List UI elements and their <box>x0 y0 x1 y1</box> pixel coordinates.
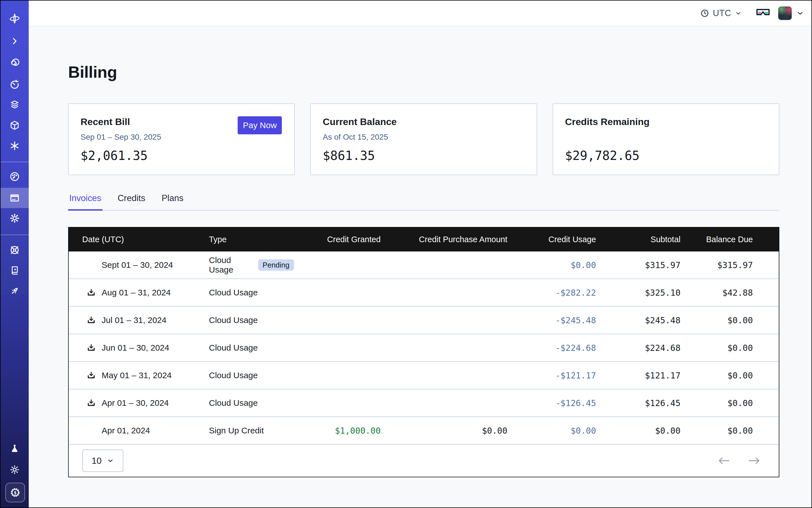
timer-icon[interactable] <box>1 74 29 94</box>
timezone-label: UTC <box>713 8 731 18</box>
user-avatar[interactable] <box>778 6 792 20</box>
subtotal-cell: $121.17 <box>605 371 689 380</box>
card-amount: $29,782.65 <box>565 149 640 163</box>
download-invoice-button[interactable] <box>86 398 96 408</box>
balance-due-cell: $0.00 <box>689 371 780 380</box>
gauge-icon[interactable] <box>1 166 29 187</box>
download-invoice-icon <box>86 398 96 408</box>
tab-plans[interactable]: Plans <box>161 189 185 210</box>
sidebar: $ <box>1 1 29 507</box>
invoice-row: Aug 01 – 31, 2024Cloud Usage-$282.22$325… <box>69 279 779 307</box>
current-balance-card: Current Balance As of Oct 15, 2025 $861.… <box>310 103 537 175</box>
invoice-row: Apr 01, 2024Sign Up Credit$1,000.00$0.00… <box>69 417 779 444</box>
expand-chevron-right-icon[interactable] <box>1 31 29 51</box>
icon-spacer <box>86 425 96 436</box>
credits-remaining-card: Credits Remaining $29,782.65 <box>553 103 779 175</box>
invoice-type-cell: Sign Up Credit <box>197 426 294 435</box>
balance-due-cell: $0.00 <box>689 343 780 353</box>
invoice-date-cell: Sept 01 – 30, 2024 <box>69 260 197 270</box>
card-title: Current Balance <box>323 116 397 127</box>
download-invoice-button[interactable] <box>86 343 96 353</box>
theme-glasses-button[interactable] <box>756 8 770 18</box>
book-sparkle-icon[interactable] <box>1 260 29 281</box>
invoice-row: Sept 01 – 30, 2024Cloud UsagePending$0.0… <box>69 251 779 279</box>
column-header-date: Date (UTC) <box>69 235 197 244</box>
credit-usage-cell: $0.00 <box>516 426 605 436</box>
pay-now-button[interactable]: Pay Now <box>238 116 282 134</box>
credit-usage-cell: -$121.17 <box>516 371 605 380</box>
account-menu-chevron-icon[interactable] <box>796 9 804 17</box>
credit-usage-cell: -$126.45 <box>516 398 605 408</box>
invoice-type-cell: Cloud Usage <box>197 398 294 408</box>
download-invoice-button[interactable] <box>86 315 96 325</box>
invoice-row: Jul 01 – 31, 2024Cloud Usage-$245.48$245… <box>69 307 779 334</box>
sidebar-divider <box>1 162 29 162</box>
balance-due-cell: $315.97 <box>689 260 780 270</box>
invoice-date: Apr 01 – 30, 2024 <box>102 398 169 408</box>
cube-icon[interactable] <box>1 115 29 135</box>
subtotal-cell: $126.45 <box>605 398 689 408</box>
spiral-icon[interactable] <box>1 53 29 74</box>
invoice-type: Sign Up Credit <box>209 426 264 435</box>
column-header-credit-usage: Credit Usage <box>516 235 605 244</box>
previous-page-arrow[interactable] <box>717 457 730 465</box>
invoice-type: Cloud Usage <box>209 255 253 274</box>
column-header-type: Type <box>197 235 294 244</box>
layers-icon[interactable] <box>1 95 29 115</box>
sidebar-divider <box>1 235 29 235</box>
3d-glasses-icon <box>756 8 770 17</box>
card-subtitle: As of Oct 15, 2025 <box>323 133 388 142</box>
invoice-date-cell: Apr 01 – 30, 2024 <box>69 398 197 408</box>
table-header: Date (UTC) Type Credit Granted Credit Pu… <box>69 227 779 251</box>
invoice-type: Cloud Usage <box>209 343 258 352</box>
balance-due-cell: $0.00 <box>689 315 780 325</box>
invoice-date: May 01 – 31, 2024 <box>102 371 172 380</box>
invoice-date: Apr 01, 2024 <box>102 426 150 435</box>
invoice-type-cell: Cloud Usage <box>197 288 294 297</box>
download-invoice-button[interactable] <box>86 370 96 380</box>
download-invoice-icon <box>86 370 96 380</box>
invoice-type-cell: Cloud Usage <box>197 343 294 352</box>
column-header-balance-due: Balance Due <box>689 235 780 244</box>
helm-icon[interactable] <box>1 240 29 260</box>
gear-icon[interactable] <box>1 208 29 228</box>
tab-invoices[interactable]: Invoices <box>68 189 102 210</box>
invoice-date: Jun 01 – 30, 2024 <box>102 343 169 352</box>
column-header-credit-purchase: Credit Purchase Amount <box>390 235 516 244</box>
clock-icon <box>700 9 709 18</box>
download-invoice-icon <box>86 288 96 298</box>
orbit-logo-icon[interactable] <box>1 8 29 29</box>
credit-usage-cell: -$245.48 <box>516 315 605 325</box>
invoice-date-cell: May 01 – 31, 2024 <box>69 370 197 380</box>
download-invoice-button[interactable] <box>86 288 96 298</box>
invoice-type: Cloud Usage <box>209 371 258 380</box>
sun-icon[interactable] <box>1 460 29 480</box>
balance-due-cell: $42.88 <box>689 288 780 298</box>
billing-tabs: Invoices Credits Plans <box>68 189 779 211</box>
invoice-row: May 01 – 31, 2024Cloud Usage-$121.17$121… <box>69 362 779 389</box>
card-amount: $2,061.35 <box>81 149 147 163</box>
subtotal-cell: $0.00 <box>605 426 689 436</box>
asterisk-icon[interactable] <box>1 136 29 156</box>
invoice-date-cell: Aug 01 – 31, 2024 <box>69 288 197 298</box>
invoice-row: Jun 01 – 30, 2024Cloud Usage-$224.68$224… <box>69 334 779 362</box>
next-page-arrow[interactable] <box>748 457 761 465</box>
sidebar-item-billing[interactable] <box>1 188 29 208</box>
card-title: Credits Remaining <box>565 116 649 127</box>
credit-granted-cell: $1,000.00 <box>294 426 390 436</box>
flask-icon[interactable] <box>1 439 29 459</box>
rocket-icon[interactable] <box>1 281 29 301</box>
credits-button[interactable]: $ <box>5 483 25 502</box>
tab-credits[interactable]: Credits <box>117 189 146 210</box>
card-title: Recent Bill <box>81 116 130 127</box>
credit-usage-cell: -$282.22 <box>516 288 605 298</box>
invoice-date-cell: Jun 01 – 30, 2024 <box>69 343 197 353</box>
subtotal-cell: $224.68 <box>605 343 689 353</box>
page-size-value: 10 <box>91 456 102 466</box>
timezone-selector[interactable]: UTC <box>700 8 741 18</box>
main-content: Billing Recent Bill Sep 01 – Sep 30, 202… <box>29 27 811 507</box>
subtotal-cell: $315.97 <box>605 260 689 270</box>
subtotal-cell: $245.48 <box>605 315 689 325</box>
page-size-select[interactable]: 10 <box>82 450 123 472</box>
invoice-date-cell: Jul 01 – 31, 2024 <box>69 315 197 325</box>
